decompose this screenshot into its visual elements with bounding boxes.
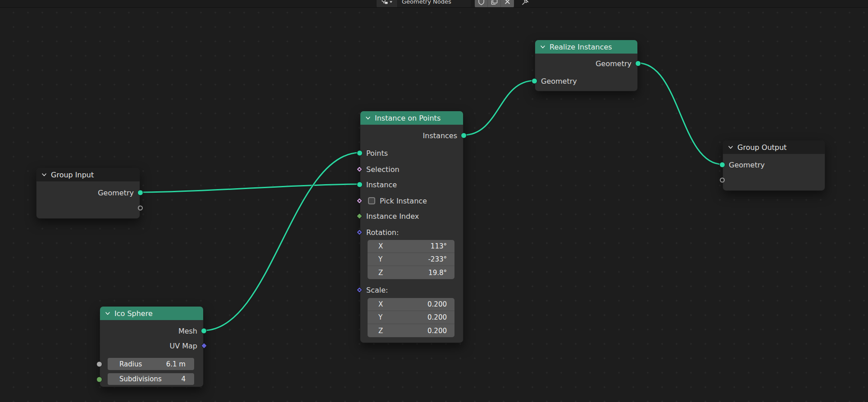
input-row-scale: Scale: <box>360 282 463 298</box>
collapse-chevron-icon[interactable] <box>365 115 371 121</box>
input-row-instance-index: Instance Index <box>360 208 463 224</box>
axis-label: X <box>378 300 383 308</box>
collapse-chevron-icon[interactable] <box>41 172 47 177</box>
node-header[interactable]: Instance on Points <box>360 111 463 125</box>
virtual-input-socket[interactable] <box>720 178 725 183</box>
socket-label: Mesh <box>178 327 197 335</box>
axis-label: Y <box>378 255 382 263</box>
selection-input-socket[interactable] <box>356 166 363 172</box>
virtual-output-row <box>36 200 140 216</box>
node-header[interactable]: Group Input <box>36 168 140 181</box>
node-header[interactable]: Group Output <box>723 140 825 154</box>
link-instances-to-realize <box>464 81 535 135</box>
node-instance-on-points[interactable]: Instance on Points Instances Points Sele… <box>360 111 464 343</box>
scale-xyz-fields: X 0.200 Y 0.200 Z 0.200 <box>368 298 454 337</box>
scale-x-field[interactable]: X 0.200 <box>368 298 454 311</box>
points-input-socket[interactable] <box>357 150 363 156</box>
node-header[interactable]: Realize Instances <box>535 40 637 54</box>
socket-label: Geometry <box>98 189 134 197</box>
field-value: 6.1 m <box>166 360 186 368</box>
node-header[interactable]: Ico Sphere <box>100 307 203 320</box>
link-realize-to-groupoutput <box>638 63 723 164</box>
pick-instance-checkbox[interactable] <box>368 197 375 204</box>
scale-y-field[interactable]: Y 0.200 <box>368 311 454 324</box>
mesh-output-socket[interactable] <box>201 328 207 334</box>
pin-button[interactable] <box>521 0 529 6</box>
input-row-geometry: Geometry <box>535 73 637 89</box>
axis-value: 113° <box>431 242 447 250</box>
virtual-input-row <box>723 172 825 188</box>
unlink-button[interactable] <box>501 0 514 8</box>
axis-label: Z <box>378 269 383 277</box>
close-icon <box>504 0 510 5</box>
output-row-geometry: Geometry <box>535 56 637 71</box>
collapse-chevron-icon[interactable] <box>540 44 545 50</box>
rotation-z-field[interactable]: Z 19.8° <box>368 266 454 279</box>
axis-label: Y <box>378 313 382 321</box>
socket-label: Instance <box>366 181 397 189</box>
output-row-mesh: Mesh <box>100 323 203 339</box>
node-ico-sphere[interactable]: Ico Sphere Mesh UV Map Radius 6.1 m Subd… <box>100 306 204 387</box>
socket-label: Instances <box>423 131 457 140</box>
geometry-output-socket[interactable] <box>635 61 641 67</box>
node-tree-selector: Geometry Nodes <box>377 0 529 8</box>
node-tree-name-input[interactable]: Geometry Nodes <box>398 0 471 8</box>
shield-icon <box>478 0 485 5</box>
geometry-output-socket[interactable] <box>137 190 143 196</box>
instance-index-input-socket[interactable] <box>356 213 363 219</box>
fake-user-button[interactable] <box>475 0 488 8</box>
rotation-x-field[interactable]: X 113° <box>368 240 454 253</box>
axis-value: 0.200 <box>427 313 447 321</box>
input-row-rotation: Rotation: <box>360 225 463 240</box>
id-action-buttons <box>475 0 514 8</box>
node-tree-icon <box>382 0 388 5</box>
field-value: 4 <box>181 375 186 383</box>
axis-value: -233° <box>428 255 447 263</box>
socket-label: Geometry <box>541 77 577 86</box>
node-title: Ico Sphere <box>114 309 153 318</box>
pick-instance-input-socket[interactable] <box>356 198 363 204</box>
editor-header-bar: Geometry Nodes <box>0 0 868 8</box>
socket-label: UV Map <box>169 342 197 350</box>
instances-output-socket[interactable] <box>461 133 467 139</box>
link-icosphere-to-points <box>204 153 360 330</box>
new-copy-button[interactable] <box>488 0 501 8</box>
axis-label: Z <box>378 327 383 335</box>
browse-node-tree-button[interactable] <box>377 0 397 8</box>
axis-value: 0.200 <box>427 327 447 335</box>
rotation-input-socket[interactable] <box>356 229 363 235</box>
collapse-chevron-icon[interactable] <box>105 311 110 316</box>
duplicate-icon <box>491 0 498 5</box>
pin-icon <box>521 0 529 6</box>
socket-label: Rotation: <box>366 228 399 237</box>
socket-label: Geometry <box>595 59 632 68</box>
scale-z-field[interactable]: Z 0.200 <box>368 324 454 337</box>
virtual-output-socket[interactable] <box>138 206 143 211</box>
output-row-uv-map: UV Map <box>100 338 203 353</box>
node-realize-instances[interactable]: Realize Instances Geometry Geometry <box>535 40 638 91</box>
socket-label: Scale: <box>366 286 388 294</box>
output-row-instances: Instances <box>360 128 463 143</box>
chevron-down-icon <box>389 0 393 4</box>
node-group-output[interactable]: Group Output Geometry <box>723 140 825 191</box>
scale-input-socket[interactable] <box>356 287 363 293</box>
output-row-geometry: Geometry <box>36 185 140 200</box>
instance-input-socket[interactable] <box>357 182 363 188</box>
subdivisions-input-socket[interactable] <box>96 377 102 383</box>
uv-map-output-socket[interactable] <box>201 343 207 349</box>
geometry-input-socket[interactable] <box>719 162 725 168</box>
input-row-geometry: Geometry <box>723 157 825 172</box>
axis-label: X <box>378 242 383 250</box>
socket-label: Instance Index <box>366 212 419 221</box>
subdivisions-field[interactable]: Subdivisions 4 <box>108 373 194 385</box>
rotation-y-field[interactable]: Y -233° <box>368 253 454 266</box>
radius-input-socket[interactable] <box>96 361 102 367</box>
axis-value: 0.200 <box>427 300 447 308</box>
node-title: Instance on Points <box>375 114 441 122</box>
node-title: Realize Instances <box>550 43 612 51</box>
geometry-input-socket[interactable] <box>532 78 537 84</box>
node-title: Group Input <box>51 171 94 179</box>
collapse-chevron-icon[interactable] <box>728 145 733 150</box>
socket-label: Pick Instance <box>380 197 427 205</box>
node-group-input[interactable]: Group Input Geometry <box>36 167 140 219</box>
